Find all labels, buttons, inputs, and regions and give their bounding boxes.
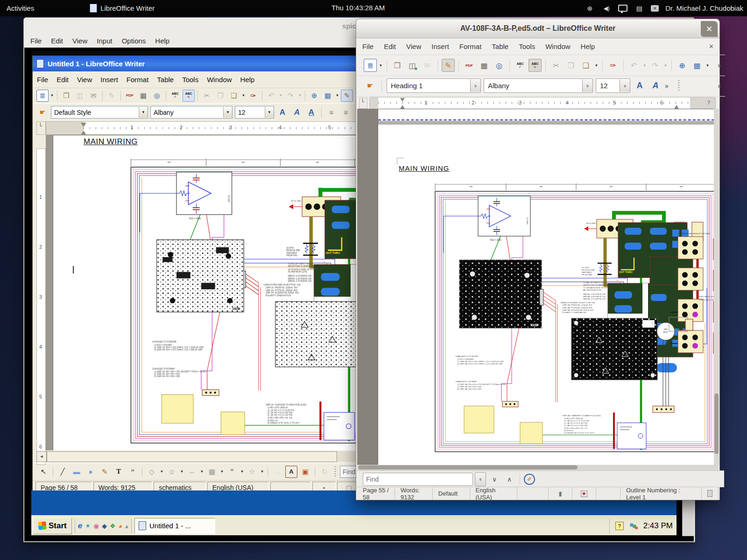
selection-mode-icon[interactable]: ✱ (572, 487, 596, 500)
combo-dropdown-icon[interactable]: ▼ (139, 107, 148, 118)
select-icon[interactable]: ↖ (37, 466, 49, 478)
cut-icon[interactable]: ✂ (550, 59, 563, 72)
close-button[interactable]: ✕ (701, 21, 718, 37)
find-previous-icon[interactable]: ∧ (503, 473, 516, 486)
quick-launch-icon[interactable]: ◕ (119, 522, 122, 530)
menu-edit[interactable]: Edit (52, 74, 73, 85)
new-icon[interactable]: ≣ (36, 90, 49, 102)
font-size-combo[interactable]: 12∨ (596, 78, 630, 93)
fg-vertical-scrollbar[interactable] (714, 109, 719, 465)
clone-formatting-icon[interactable]: ✑ (606, 59, 620, 72)
styles-icon[interactable]: ☛ (364, 79, 377, 92)
tab-stop-selector[interactable]: L (359, 98, 367, 109)
menu-edit[interactable]: Edit (46, 35, 68, 46)
export-pdf-icon[interactable]: PDF (463, 59, 476, 72)
save-icon[interactable]: ◫▼ (406, 59, 419, 72)
symbol-shapes-dropdown-icon[interactable]: ▼ (180, 469, 184, 474)
auto-spellcheck-icon[interactable]: ABC∿ (529, 59, 542, 72)
undo-icon[interactable]: ↶ (627, 59, 641, 72)
copy-icon[interactable]: ❐ (214, 90, 226, 102)
menu-format[interactable]: Format (122, 74, 153, 85)
font-name-combo[interactable]: Albany▼ (150, 106, 233, 119)
status-zoom-cell[interactable] (702, 487, 719, 500)
menu-view[interactable]: View (73, 74, 96, 85)
styles-icon[interactable]: ☛ (36, 106, 49, 119)
find-next-icon[interactable]: ∨ (488, 473, 501, 486)
find-and-replace-icon[interactable]: ✐ (524, 474, 535, 485)
quick-launch-icon[interactable]: ❖ (110, 522, 116, 530)
quick-launch-icon[interactable]: ◉ (93, 522, 99, 530)
close-document-icon[interactable]: ✕ (704, 41, 719, 52)
callout-icon[interactable]: ❝ (127, 466, 139, 478)
menu-file[interactable]: File (26, 35, 46, 46)
block-arrows-icon[interactable]: ⇔ (186, 466, 198, 478)
fg-titlebar[interactable]: AV-108F-3A-B-P,ed5.odt – LibreOffice Wri… (356, 19, 719, 38)
line-icon[interactable]: ╱ (56, 466, 69, 478)
start-button[interactable]: Start (33, 518, 72, 534)
paste-icon[interactable]: ❑ (579, 59, 592, 72)
print-icon[interactable]: ▦ (478, 59, 491, 72)
menu-insert[interactable]: Insert (426, 41, 454, 52)
stars-icon[interactable]: ☆ (246, 466, 258, 478)
vm-writer-titlebar[interactable]: Untitled 1 - LibreOffice Writer (33, 56, 361, 71)
menu-window[interactable]: Window (540, 41, 575, 52)
scrollbar-thumb[interactable] (47, 451, 337, 462)
display-icon[interactable] (618, 5, 627, 12)
combo-dropdown-icon[interactable]: ∨ (470, 79, 480, 92)
font-name-combo[interactable]: Albany∨ (484, 78, 593, 93)
clone-formatting-icon[interactable]: ✑ (247, 90, 259, 102)
new-dropdown-icon[interactable]: ▼ (379, 63, 383, 68)
vm-horizontal-scrollbar[interactable]: ◄ (36, 451, 358, 462)
menu-table[interactable]: Table (486, 41, 514, 52)
spelling-icon[interactable]: ABC✓ (514, 59, 527, 72)
from-file-icon[interactable]: ▣ (299, 466, 311, 478)
menu-view[interactable]: View (68, 35, 92, 46)
paragraph-style-combo[interactable]: Heading 1∨ (387, 78, 481, 93)
bold-icon[interactable]: A (276, 106, 289, 119)
export-pdf-icon[interactable]: PDF (124, 90, 136, 102)
menu-help[interactable]: Help (150, 35, 174, 46)
scroll-left-button[interactable]: ◄ (36, 451, 47, 462)
menu-options[interactable]: Options (117, 35, 151, 46)
italic-icon[interactable]: A (649, 79, 662, 92)
underline-icon[interactable]: A (305, 106, 317, 119)
right-indent-marker[interactable] (674, 103, 679, 109)
save-icon[interactable]: ◫ (74, 90, 86, 102)
status-outline-numbering[interactable]: Outline Numbering : Level 1 (620, 487, 702, 500)
open-icon[interactable]: ❒ (391, 59, 404, 72)
fg-horizontal-ruler[interactable]: 1 2 3 4 5 6 7 (369, 97, 716, 109)
vm-clock[interactable]: 2:43 PM (643, 521, 673, 531)
menu-help[interactable]: Help (236, 74, 259, 85)
open-icon[interactable]: ❒ (60, 90, 72, 102)
menu-file[interactable]: File (357, 41, 379, 52)
menu-insert[interactable]: Insert (96, 74, 122, 85)
help-tray-icon[interactable]: ? (615, 522, 624, 530)
callouts-dropdown-icon[interactable]: ▼ (240, 469, 244, 474)
page-preview-icon[interactable]: ◎ (151, 90, 163, 102)
toolbar-overflow-icon[interactable]: » (718, 62, 725, 69)
block-arrows-dropdown-icon[interactable]: ▼ (200, 469, 204, 474)
undo-dropdown-icon[interactable]: ▼ (642, 63, 647, 68)
edit-file-icon[interactable]: ✎ (442, 59, 455, 72)
vm-document-area[interactable]: MAIN WIRING 1 (46, 135, 358, 450)
menu-tools[interactable]: Tools (514, 41, 540, 52)
volume-icon[interactable]: ◀) (601, 5, 612, 12)
edit-file-icon[interactable]: ✎ (106, 90, 118, 102)
menu-table[interactable]: Table (153, 74, 178, 85)
copy-icon[interactable]: ❐ (564, 59, 578, 72)
vm-horizontal-ruler[interactable]: 1 2 3 4 5 (46, 121, 359, 135)
table-dropdown-icon[interactable]: ▼ (705, 63, 710, 68)
schematic-drawing[interactable] (431, 183, 714, 456)
flowchart-icon[interactable]: ▦ (206, 466, 218, 478)
paste-dropdown-icon[interactable]: ▼ (594, 63, 599, 68)
clock[interactable]: Thu 10:43:28 AM (331, 4, 385, 12)
symbol-shapes-icon[interactable]: ☺ (166, 466, 178, 478)
new-icon[interactable]: ≣ (364, 59, 377, 72)
align-center-icon[interactable]: ≡ (340, 106, 352, 119)
italic-icon[interactable]: A (291, 106, 303, 119)
redo-icon[interactable]: ↷ (284, 90, 296, 102)
fg-document-page[interactable]: MAIN WIRING (378, 109, 714, 465)
table-icon[interactable]: ▦ (691, 59, 704, 72)
status-page-style[interactable]: Default (433, 487, 470, 500)
accessibility-icon[interactable]: ⊛ (585, 5, 595, 12)
